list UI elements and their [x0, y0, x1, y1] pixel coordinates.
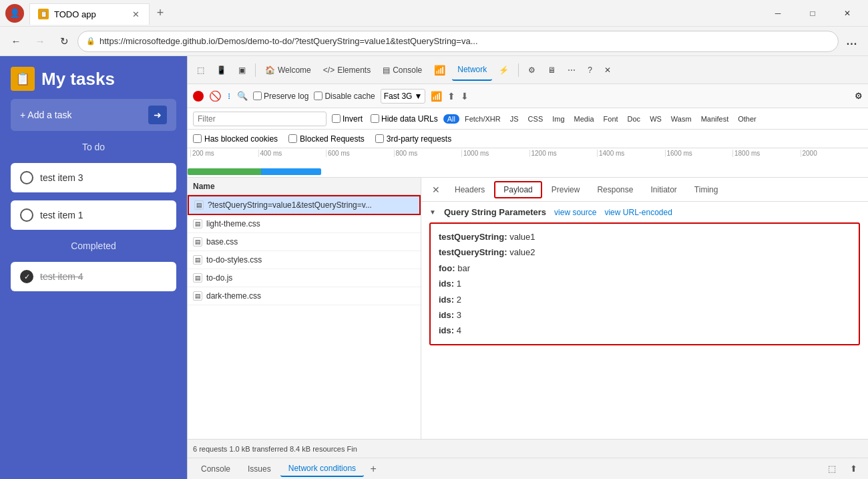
- blocked-requests-checkbox[interactable]: [288, 134, 297, 143]
- type-filter-wasm[interactable]: Wasm: [667, 114, 696, 124]
- request-icon-1: ▤: [193, 219, 202, 228]
- preserve-log-checkbox[interactable]: [253, 92, 262, 100]
- close-tab-button[interactable]: ✕: [130, 9, 141, 19]
- request-item-3[interactable]: ▤ to-do-styles.css: [188, 251, 421, 269]
- invert-checkbox[interactable]: [332, 114, 341, 123]
- param-key-2: foo:: [439, 263, 455, 273]
- browser-more-button[interactable]: ...: [841, 31, 863, 52]
- devtools-more-tabs[interactable]: ⋯: [562, 59, 581, 81]
- expand-button[interactable]: ⬆: [844, 460, 863, 478]
- bottom-tab-issues[interactable]: Issues: [240, 462, 279, 476]
- browser-tab-active[interactable]: 📋 TODO app ✕: [29, 3, 150, 25]
- query-title-row: ▼ Query String Parameters view source vi…: [429, 207, 860, 217]
- import-icon[interactable]: 📶: [431, 91, 442, 102]
- view-source-link[interactable]: view source: [554, 208, 596, 217]
- tab-console[interactable]: ▤ Console: [377, 59, 427, 81]
- undock-button[interactable]: ⬚: [823, 460, 841, 478]
- third-party-check[interactable]: 3rd-party requests: [375, 134, 451, 144]
- add-task-button[interactable]: + Add a task ➜: [11, 99, 176, 131]
- request-item-4[interactable]: ▤ to-do.js: [188, 269, 421, 287]
- tab-performance[interactable]: ⚡: [493, 59, 514, 81]
- refresh-button[interactable]: ↻: [53, 31, 75, 52]
- invert-check[interactable]: Invert: [332, 114, 363, 124]
- type-filter-ws[interactable]: WS: [646, 114, 666, 124]
- devtools-toolbar: ⬚ 📱 ▣ 🏠 Welcome </> Elements ▤ Console 📶…: [188, 56, 868, 84]
- throttle-select[interactable]: Fast 3G ▼: [381, 89, 426, 104]
- bottom-tab-network-conditions[interactable]: Network conditions: [280, 461, 364, 477]
- clear-button[interactable]: 🚫: [209, 90, 222, 102]
- type-filter-img[interactable]: Img: [548, 114, 568, 124]
- request-item-5[interactable]: ▤ dark-theme.css: [188, 287, 421, 305]
- maximize-button[interactable]: □: [797, 3, 828, 24]
- profile-icon[interactable]: 👤: [5, 4, 24, 23]
- record-button[interactable]: [193, 91, 204, 102]
- devtools-close-button[interactable]: ✕: [599, 59, 616, 81]
- request-item-1[interactable]: ▤ light-theme.css: [188, 215, 421, 233]
- preserve-log-check[interactable]: Preserve log: [253, 92, 308, 101]
- bottom-tab-console[interactable]: Console: [193, 462, 238, 476]
- devtools-help-button[interactable]: ?: [582, 59, 598, 81]
- timeline: 200 ms 400 ms 600 ms 800 ms 1000 ms 1200…: [188, 148, 868, 178]
- address-bar[interactable]: 🔒 https://microsoftedge.github.io/Demos/…: [77, 31, 839, 52]
- devtools-source-order-button[interactable]: ▣: [233, 59, 251, 81]
- detail-tab-preview[interactable]: Preview: [544, 182, 588, 197]
- detail-tab-response[interactable]: Response: [589, 182, 641, 197]
- type-filter-doc[interactable]: Doc: [624, 114, 645, 124]
- todo-section-label: To do: [11, 142, 176, 152]
- status-text: 6 requests 1.0 kB transferred 8.4 kB res…: [193, 445, 357, 453]
- filter-input[interactable]: [193, 112, 327, 126]
- search-network-button[interactable]: 🔍: [237, 91, 248, 101]
- has-blocked-cookies-check[interactable]: Has blocked cookies: [193, 134, 278, 144]
- task-item-2[interactable]: test item 1: [11, 200, 176, 230]
- tab-welcome[interactable]: 🏠 Welcome: [260, 59, 316, 81]
- minimize-button[interactable]: ─: [763, 3, 793, 24]
- type-filter-fetch[interactable]: Fetch/XHR: [461, 114, 505, 124]
- upload-icon[interactable]: ⬆: [447, 91, 455, 102]
- requests-header: Name: [188, 178, 421, 195]
- task-checkbox-2[interactable]: [20, 208, 33, 222]
- add-bottom-tab-button[interactable]: +: [365, 461, 381, 477]
- close-button[interactable]: ✕: [832, 3, 863, 24]
- task-item-1[interactable]: test item 3: [11, 163, 176, 192]
- detail-tab-payload[interactable]: Payload: [494, 181, 541, 198]
- view-url-encoded-link[interactable]: view URL-encoded: [604, 208, 672, 217]
- detail-tab-timing[interactable]: Timing: [686, 182, 726, 197]
- type-filter-other[interactable]: Other: [734, 114, 761, 124]
- type-filter-js[interactable]: JS: [506, 114, 523, 124]
- back-button[interactable]: ←: [5, 31, 27, 52]
- disable-cache-checkbox[interactable]: [314, 92, 322, 100]
- param-key-1: testQueryString:: [439, 247, 507, 257]
- type-filter-manifest[interactable]: Manifest: [697, 114, 733, 124]
- query-section-chevron[interactable]: ▼: [429, 208, 436, 216]
- detail-tab-initiator[interactable]: Initiator: [642, 182, 684, 197]
- hide-data-urls-check[interactable]: Hide data URLs: [371, 114, 438, 124]
- devtools-device-button[interactable]: 📱: [211, 59, 232, 81]
- download-icon[interactable]: ⬇: [461, 91, 469, 102]
- tab-network[interactable]: Network: [452, 59, 492, 81]
- type-filter-font[interactable]: Font: [600, 114, 622, 124]
- request-item-2[interactable]: ▤ base.css: [188, 233, 421, 251]
- new-tab-button[interactable]: +: [150, 3, 171, 24]
- third-party-checkbox[interactable]: [375, 134, 384, 143]
- tab-device-emulation[interactable]: 🖥: [542, 59, 561, 81]
- disable-cache-check[interactable]: Disable cache: [314, 92, 375, 101]
- tab-settings[interactable]: ⚙: [523, 59, 541, 81]
- network-settings-icon[interactable]: ⚙: [855, 91, 863, 101]
- detail-close-button[interactable]: ✕: [427, 180, 445, 199]
- hide-data-urls-checkbox[interactable]: [371, 114, 379, 123]
- has-blocked-cookies-checkbox[interactable]: [193, 134, 202, 143]
- tab-elements[interactable]: </> Elements: [318, 59, 376, 81]
- type-filter-all[interactable]: All: [443, 114, 459, 124]
- blocked-requests-check[interactable]: Blocked Requests: [288, 134, 365, 144]
- devtools-inspect-button[interactable]: ⬚: [192, 59, 210, 81]
- task-checkbox-3[interactable]: ✓: [20, 270, 33, 283]
- detail-tab-headers[interactable]: Headers: [447, 182, 493, 197]
- request-item-0[interactable]: ▤ ?testQueryString=value1&testQueryStrin…: [188, 195, 421, 215]
- type-filter-css[interactable]: CSS: [524, 114, 548, 124]
- tab-welcome-label: Welcome: [278, 65, 311, 75]
- task-checkbox-1[interactable]: [20, 171, 33, 184]
- todo-sidebar: 📋 My tasks + Add a task ➜ To do test ite…: [0, 56, 187, 479]
- type-filter-media[interactable]: Media: [570, 114, 598, 124]
- task-item-3[interactable]: ✓ test item 4: [11, 262, 176, 291]
- filter-icon[interactable]: ⫶: [227, 91, 232, 101]
